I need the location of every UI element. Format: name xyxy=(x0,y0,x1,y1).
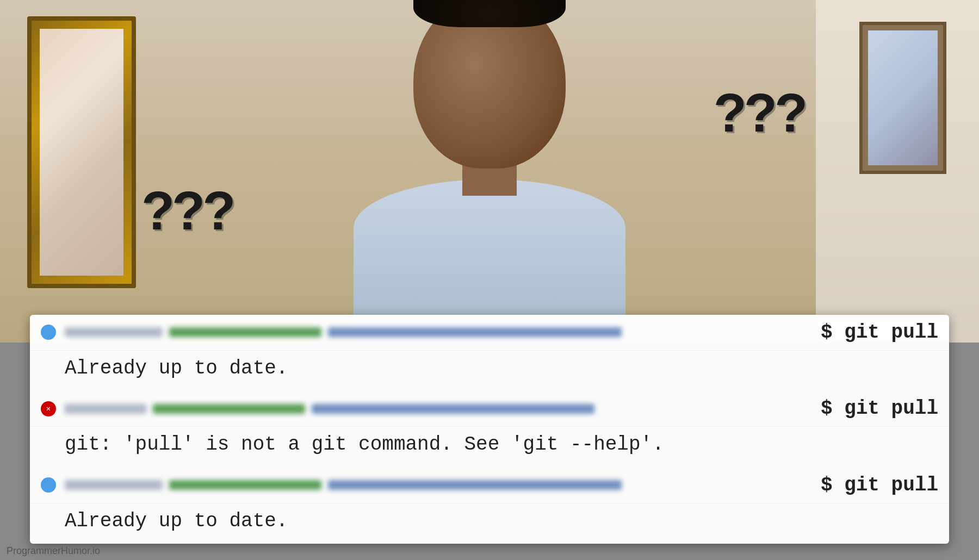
terminal-dot-2: ✕ xyxy=(41,401,56,416)
terminal-cmd-3: $ git pull xyxy=(810,474,938,496)
person xyxy=(299,5,680,343)
watermark: ProgrammerHumor.io xyxy=(7,545,100,557)
frame-left xyxy=(27,16,136,288)
question-marks-right: ??? xyxy=(714,82,805,144)
terminal-row-1-cmd: $ git pull xyxy=(30,315,949,351)
person-hair xyxy=(413,0,566,27)
x-icon: ✕ xyxy=(46,404,51,413)
terminal-path-2 xyxy=(65,404,810,414)
terminal-path-1 xyxy=(65,327,810,337)
terminal-row-2-cmd: ✕ $ git pull xyxy=(30,391,949,427)
meme-image: ??? ??? xyxy=(0,0,979,343)
frame-right xyxy=(859,22,946,174)
terminal-row-3-cmd: $ git pull xyxy=(30,468,949,503)
terminal-output-3: Already up to date. xyxy=(30,503,949,544)
terminal-path-3 xyxy=(65,480,810,490)
wall-right xyxy=(816,0,979,343)
terminal-dot-1 xyxy=(41,325,56,340)
terminal-dot-3 xyxy=(41,477,56,493)
terminal-panel: $ git pull Already up to date. ✕ $ git p… xyxy=(30,315,949,544)
terminal-cmd-1: $ git pull xyxy=(810,321,938,344)
terminal-cmd-2: $ git pull xyxy=(810,397,938,420)
question-marks-left: ??? xyxy=(141,179,233,242)
terminal-output-2: git: 'pull' is not a git command. See 'g… xyxy=(30,427,949,467)
terminal-output-1: Already up to date. xyxy=(30,351,949,391)
